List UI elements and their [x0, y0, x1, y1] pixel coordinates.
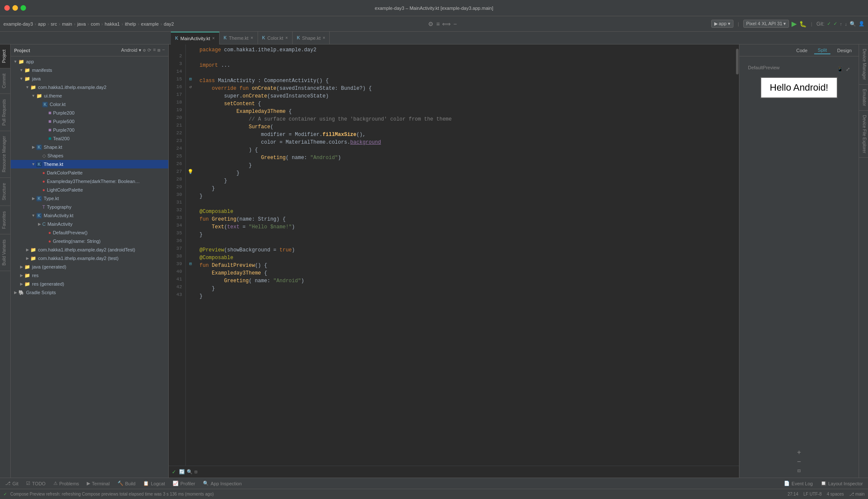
editor-scrollbar[interactable] — [736, 44, 739, 466]
android-dropdown[interactable]: Android ▾ — [121, 47, 141, 53]
vtab-favorites[interactable]: Favorites — [0, 206, 10, 234]
tab-close-icon[interactable]: × — [251, 35, 253, 40]
app-selector[interactable]: ▶ app ▾ — [711, 20, 733, 28]
expand-arrow[interactable]: ▼ — [18, 77, 24, 81]
tab-mainactivity[interactable]: K MainActivity.kt × — [171, 32, 220, 44]
indent-info[interactable]: 4 spaces — [827, 492, 844, 496]
breadcrumb-item[interactable]: app — [38, 21, 46, 27]
bottom-tab-event-log[interactable]: 📄 Event Log — [780, 478, 816, 489]
panel-gear-icon[interactable]: ⊞ — [158, 47, 161, 53]
build-tools-icon[interactable]: 🔄 — [179, 469, 185, 475]
breadcrumb-item[interactable]: main — [62, 21, 72, 27]
toolbar-icon[interactable]: ✓ — [827, 21, 831, 27]
tree-item-manifests[interactable]: ▼ 📁 manifests — [11, 66, 168, 74]
debug-button[interactable]: 🐛 — [799, 21, 806, 27]
toolbar-icon[interactable]: 🔍 — [850, 21, 856, 27]
tree-item-purple700[interactable]: ■ Purple700 — [11, 126, 168, 134]
close-button[interactable] — [4, 5, 10, 11]
tree-item-purple200[interactable]: ■ Purple200 — [11, 109, 168, 117]
tree-item-mainactivity-kt[interactable]: ▼ K MainActivity.kt — [11, 211, 168, 220]
tree-item-teal200[interactable]: ■ Teal200 — [11, 134, 168, 143]
tab-shape[interactable]: K Shape.kt × — [293, 32, 330, 44]
expand-arrow[interactable]: ▶ — [12, 290, 18, 295]
bottom-tab-layout-inspector[interactable]: 🔲 Layout Inspector — [817, 478, 866, 489]
tree-item-purple500[interactable]: ■ Purple500 — [11, 117, 168, 126]
tab-close-icon[interactable]: × — [323, 35, 326, 40]
design-view-button[interactable]: Design — [834, 47, 855, 54]
bottom-tab-todo[interactable]: ☑ TODO — [23, 478, 49, 489]
toolbar-icon[interactable]: 👤 — [859, 21, 865, 27]
tree-item-test[interactable]: ▶ 📁 com.hakka1.ithelp.example.day2 (test… — [11, 254, 168, 263]
expand-arrow[interactable]: ▶ — [36, 222, 42, 226]
tree-item-defaultpreview[interactable]: ● DefaultPreview() — [11, 228, 168, 237]
code-view-button[interactable]: Code — [793, 47, 811, 54]
zoom-in-button[interactable]: + — [797, 449, 801, 457]
git-icon[interactable]: Git: — [816, 21, 824, 27]
bottom-tab-problems[interactable]: ⚠ Problems — [50, 478, 82, 489]
cursor-position[interactable]: 27:14 — [788, 492, 798, 496]
expand-arrow[interactable]: ▶ — [18, 265, 24, 269]
zoom-fit-button[interactable]: ⊡ — [798, 468, 801, 474]
toolbar-icon[interactable]: − — [453, 21, 457, 27]
toolbar-icon[interactable]: ⚙ — [428, 21, 434, 27]
rvtab-emulator[interactable]: Emulator — [859, 85, 868, 111]
tree-item-dark-palette[interactable]: ● DarkColorPalette — [11, 168, 168, 177]
tree-item-androidtest[interactable]: ▶ 📁 com.hakka1.ithelp.example.day2 (andr… — [11, 245, 168, 254]
split-view-button[interactable]: Split — [814, 47, 830, 54]
rvtab-device-manager[interactable]: Device Manager — [859, 44, 868, 85]
toolbar-icon[interactable]: ↓ — [845, 21, 847, 27]
expand-arrow[interactable]: ▼ — [30, 162, 36, 166]
vtab-structure[interactable]: Structure — [0, 178, 10, 206]
tree-item-java[interactable]: ▼ 📁 java — [11, 74, 168, 83]
tree-item-ui-theme[interactable]: ▼ 📁 ui.theme — [11, 92, 168, 100]
vtab-resource-manager[interactable]: Resource Manager — [0, 131, 10, 178]
tab-color[interactable]: K Color.kt × — [258, 32, 293, 44]
preview-device-icon[interactable]: 📱 — [837, 66, 843, 73]
tree-item-exampleday3theme[interactable]: ● Exampleday3Theme(darkTheme: Boolean, c… — [11, 177, 168, 186]
bottom-tab-profiler[interactable]: 📈 Profiler — [169, 478, 199, 489]
expand-arrow[interactable]: ▶ — [18, 282, 24, 286]
minimize-button[interactable] — [12, 5, 18, 11]
tree-item-shape-kt[interactable]: ▶ K Shape.kt — [11, 143, 168, 151]
expand-arrow[interactable]: ▶ — [18, 273, 24, 278]
breadcrumb-item[interactable]: ithelp — [125, 21, 136, 27]
vtab-commit[interactable]: Commit — [0, 68, 10, 94]
bottom-tab-terminal[interactable]: ▶ Terminal — [83, 478, 113, 489]
toolbar-icon[interactable]: ↑ — [840, 21, 842, 27]
bottom-tab-logcat[interactable]: 📋 Logcat — [140, 478, 168, 489]
maximize-button[interactable] — [21, 5, 26, 11]
tree-item-light-palette[interactable]: ● LightColorPalette — [11, 186, 168, 194]
hierarchy-icon[interactable]: ⊡ — [194, 469, 197, 475]
zoom-out-button[interactable]: − — [797, 458, 801, 466]
breadcrumb-item[interactable]: example-day3 — [3, 21, 33, 27]
breadcrumb-item[interactable]: hakka1 — [105, 21, 120, 27]
toolbar-icon[interactable]: ≡ — [436, 21, 440, 27]
tab-close-icon[interactable]: × — [285, 35, 288, 40]
inspect-icon[interactable]: 🔍 — [187, 469, 193, 475]
tab-close-icon[interactable]: × — [212, 36, 215, 41]
tree-item-greeting[interactable]: ● Greeting(name: String) — [11, 237, 168, 245]
bottom-tab-build[interactable]: 🔨 Build — [114, 478, 139, 489]
code-content[interactable]: package com.hakka1.ithelp.example.day2 i… — [195, 44, 736, 466]
tree-item-java-gen[interactable]: ▶ 📁 java (generated) — [11, 263, 168, 271]
preview-expand-icon[interactable]: ⤢ — [846, 66, 850, 73]
run-button[interactable]: ▶ — [792, 20, 797, 28]
breadcrumb-item[interactable]: example — [141, 21, 159, 27]
bottom-tab-git[interactable]: ⎇ Git — [2, 478, 22, 489]
expand-arrow[interactable]: ▶ — [30, 196, 36, 201]
tree-item-app[interactable]: ▼ 📁 app — [11, 57, 168, 66]
expand-arrow[interactable]: ▼ — [30, 94, 36, 98]
breadcrumb-item[interactable]: src — [51, 21, 57, 27]
tab-theme[interactable]: K Theme.kt × — [220, 32, 258, 44]
breadcrumb-item[interactable]: day2 — [164, 21, 174, 27]
tree-item-typography[interactable]: T Typography — [11, 203, 168, 211]
panel-collapse-icon[interactable]: ≡ — [153, 47, 156, 53]
bottom-tab-app-inspection[interactable]: 🔍 App Inspection — [199, 478, 245, 489]
vtab-pull-requests[interactable]: Pull Requests — [0, 94, 10, 131]
vtab-project[interactable]: Project — [0, 44, 10, 68]
tree-item-res-gen[interactable]: ▶ 📁 res (generated) — [11, 280, 168, 288]
expand-arrow[interactable]: ▼ — [18, 68, 24, 72]
rvtab-device-file-explorer[interactable]: Device File Explorer — [859, 111, 868, 158]
tree-item-gradle[interactable]: ▶ 🐘 Gradle Scripts — [11, 288, 168, 297]
tree-item-mainactivity-class[interactable]: ▶ C MainActivity — [11, 220, 168, 228]
